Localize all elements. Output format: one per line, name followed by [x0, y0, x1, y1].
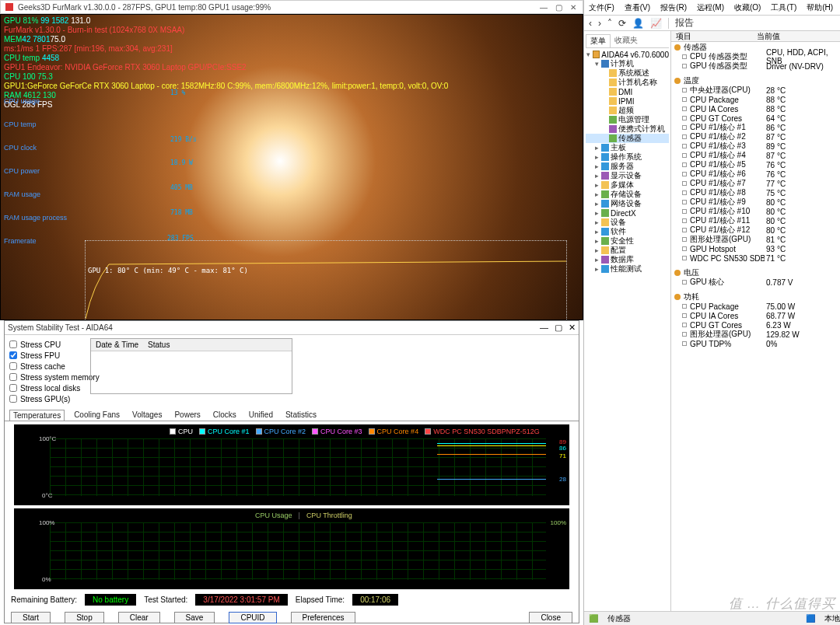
sensor-row[interactable]: GPU Hotspot93 °C: [671, 244, 840, 253]
stress-check[interactable]: Stress cache: [9, 361, 86, 372]
sensor-row[interactable]: 中央处理器(CPU)28 °C: [671, 86, 840, 95]
tab-temperatures[interactable]: Temperatures: [9, 410, 65, 421]
legend-item[interactable]: CPU Core #4: [369, 428, 419, 435]
expand-icon[interactable]: ▸: [593, 162, 600, 170]
cpuid-button[interactable]: CPUID: [229, 612, 276, 623]
sensor-row[interactable]: CPU Package88 °C: [671, 95, 840, 104]
furmark-titlebar[interactable]: Geeks3D FurMark v1.30.0.0 - 287FPS, GPU1…: [0, 0, 583, 14]
legend-item[interactable]: CPU Core #1: [199, 428, 250, 435]
expand-icon[interactable]: ▸: [593, 265, 600, 273]
sensor-row[interactable]: GPU TDP%0%: [671, 339, 840, 348]
y-max: 100°C: [39, 435, 56, 442]
expand-icon[interactable]: ▸: [593, 246, 600, 254]
expand-icon[interactable]: ▸: [593, 200, 600, 208]
col-datetime[interactable]: Date & Time: [91, 339, 143, 351]
up-icon[interactable]: ˄: [607, 18, 612, 29]
menu-item[interactable]: 工具(T): [771, 2, 796, 13]
tree-icon: [601, 190, 609, 198]
expand-icon[interactable]: ▸: [593, 190, 600, 198]
sensor-row[interactable]: 图形处理器(GPU)81 °C: [671, 235, 840, 244]
refresh-icon[interactable]: ⟳: [618, 18, 626, 29]
tree-item[interactable]: ▸设备: [586, 218, 669, 227]
stress-check[interactable]: Stress GPU(s): [9, 393, 86, 404]
forward-icon[interactable]: ›: [598, 18, 601, 29]
stress-check[interactable]: Stress CPU: [9, 339, 86, 350]
checkbox[interactable]: [9, 351, 17, 359]
user-icon[interactable]: 👤: [632, 18, 644, 29]
expand-icon[interactable]: ▸: [593, 256, 600, 264]
tree-item[interactable]: 计算机名称: [586, 78, 669, 87]
tab-voltages[interactable]: Voltages: [129, 410, 165, 421]
sensor-icon: [682, 88, 687, 93]
expand-icon[interactable]: ▸: [593, 172, 600, 180]
menu-item[interactable]: 远程(M): [697, 2, 724, 13]
tree-item[interactable]: ▸DirectX: [586, 208, 669, 218]
tree-item[interactable]: ▸网络设备: [586, 199, 669, 208]
sensor-row[interactable]: CPU Package75.00 W: [671, 302, 840, 311]
tab-favorites[interactable]: 收藏夹: [611, 34, 642, 47]
stress-check[interactable]: Stress system memory: [9, 372, 86, 382]
col-item[interactable]: 项目: [671, 31, 757, 41]
col-value[interactable]: 当前值: [757, 31, 780, 41]
tree-item[interactable]: 传感器: [586, 134, 669, 143]
expand-icon[interactable]: ▸: [593, 209, 600, 217]
expand-icon[interactable]: ▸: [593, 181, 600, 189]
preferences-button[interactable]: Preferences: [291, 612, 356, 623]
stop-button[interactable]: Stop: [65, 612, 104, 623]
minimize-icon[interactable]: —: [540, 3, 548, 12]
close-icon[interactable]: ✕: [569, 323, 576, 333]
minimize-icon[interactable]: —: [540, 323, 548, 333]
checkbox[interactable]: [9, 384, 17, 392]
tab-unified[interactable]: Unified: [246, 410, 276, 421]
legend-item[interactable]: WDC PC SN530 SDBPNPZ-512G: [425, 428, 540, 435]
expand-icon[interactable]: ▸: [593, 218, 600, 226]
legend-item[interactable]: CPU Core #2: [256, 428, 306, 435]
checkbox[interactable]: [9, 340, 17, 348]
start-button[interactable]: Start: [11, 612, 51, 623]
legend-item[interactable]: CPU: [170, 428, 193, 435]
checkbox[interactable]: [9, 395, 17, 403]
expand-icon[interactable]: ▸: [593, 228, 600, 236]
sensor-row[interactable]: GPU 传感器类型Driver (NV-DRV): [671, 61, 840, 71]
chart-icon[interactable]: 📈: [650, 18, 662, 29]
expand-icon[interactable]: ▸: [593, 144, 600, 152]
checkbox[interactable]: [9, 362, 17, 370]
menu-item[interactable]: 帮助(H): [807, 2, 833, 13]
close-icon[interactable]: ✕: [570, 3, 576, 12]
stress-check[interactable]: Stress local disks: [9, 382, 86, 393]
expand-icon[interactable]: ▾: [593, 60, 600, 68]
legend-item[interactable]: CPU Core #3: [312, 428, 362, 435]
tab-cooling fans[interactable]: Cooling Fans: [71, 410, 123, 421]
sensor-row[interactable]: 图形处理器(GPU)129.82 W: [671, 330, 840, 339]
tab-clocks[interactable]: Clocks: [210, 410, 240, 421]
sensor-row[interactable]: CPU IA Cores88 °C: [671, 104, 840, 113]
stress-check[interactable]: Stress FPU: [9, 350, 86, 361]
maximize-icon[interactable]: ▢: [555, 323, 562, 333]
menu-item[interactable]: 收藏(O): [734, 2, 761, 13]
sensor-row[interactable]: WDC PC SN530 SDBPNPZ-5...71 °C: [671, 253, 840, 263]
menu-item[interactable]: 文件(F): [589, 2, 614, 13]
tree-item[interactable]: ▸安全性: [586, 236, 669, 246]
tab-statistics[interactable]: Statistics: [282, 410, 320, 421]
expand-icon[interactable]: ▸: [593, 153, 600, 161]
back-icon[interactable]: ‹: [589, 18, 592, 29]
clear-button[interactable]: Clear: [118, 612, 160, 623]
close-button[interactable]: Close: [529, 612, 572, 623]
expand-icon[interactable]: ▾: [586, 51, 591, 58]
tab-powers[interactable]: Powers: [171, 410, 203, 421]
tree-item[interactable]: ▸性能测试: [586, 264, 669, 274]
report-button[interactable]: 报告: [675, 16, 694, 30]
menu-item[interactable]: 查看(V): [625, 2, 650, 13]
save-button[interactable]: Save: [174, 612, 215, 623]
legend-cpu-throttle: CPU Throttling: [306, 512, 352, 519]
tree-item[interactable]: DMI: [586, 87, 669, 96]
tab-menu[interactable]: 菜单: [586, 34, 611, 47]
expand-icon[interactable]: ▸: [593, 237, 600, 245]
checkbox[interactable]: [9, 373, 17, 381]
sst-titlebar[interactable]: System Stability Test - AIDA64 — ▢ ✕: [5, 321, 579, 335]
maximize-icon[interactable]: ▢: [555, 3, 562, 12]
sensor-row[interactable]: GPU 核心0.787 V: [671, 278, 840, 287]
col-status[interactable]: Status: [143, 339, 174, 351]
menu-item[interactable]: 报告(R): [660, 2, 687, 13]
sensor-row[interactable]: CPU IA Cores68.77 W: [671, 311, 840, 320]
